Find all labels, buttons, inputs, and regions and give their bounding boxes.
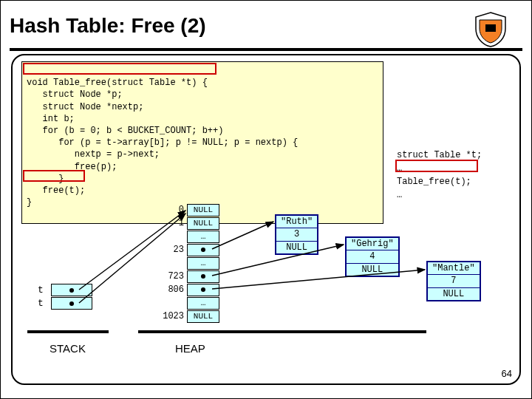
pointer-dot-icon — [201, 287, 205, 292]
code-line: free(t); — [27, 185, 85, 196]
bucket-cell: … — [187, 297, 219, 310]
pointer-dot-icon — [201, 274, 205, 279]
bucket-cell: NULL — [187, 310, 219, 323]
node-val: 3 — [276, 228, 317, 241]
svg-rect-0 — [485, 24, 496, 32]
svg-line-1 — [212, 222, 273, 249]
bucket-idx: 806 — [160, 284, 187, 295]
node-val: 4 — [347, 250, 398, 263]
code-line: struct Node *nextp; — [27, 102, 143, 112]
pointer-dot-icon — [69, 288, 74, 293]
bucket-cell: … — [187, 257, 219, 270]
heap-ground — [138, 330, 426, 333]
code-line: for (p = t->array[b]; p != NULL; p = nex… — [27, 137, 298, 148]
node-mantle: "Mantle" 7 NULL — [426, 261, 481, 301]
pointer-dot-icon — [69, 301, 74, 306]
node-key: "Gehrig" — [347, 238, 398, 250]
code-listing: void Table_free(struct Table *t) { struc… — [21, 61, 383, 224]
stack-var: t — [38, 284, 51, 296]
bucket-idx: 1023 — [160, 311, 187, 321]
princeton-crest-icon — [472, 11, 509, 48]
heap-label: HEAP — [175, 342, 205, 355]
stack-cell — [51, 284, 92, 296]
bucket-cell: NULL — [187, 204, 219, 216]
code-line: … — [397, 163, 402, 174]
node-next: NULL — [428, 288, 480, 300]
title-bar: Hash Table: Free (2) — [10, 10, 522, 51]
bucket-cell-ptr — [187, 284, 219, 296]
bucket-cell-ptr — [187, 244, 219, 256]
code-line: struct Table *t; — [397, 150, 482, 160]
code-line: nextp = p->next; — [27, 149, 160, 160]
bucket-cell: … — [187, 231, 219, 243]
node-next: NULL — [347, 264, 398, 276]
bucket-idx: 1 — [160, 218, 187, 228]
stack-area: t t — [38, 283, 92, 310]
code-line: … — [397, 190, 402, 200]
node-gehrig: "Gehrig" 4 NULL — [345, 236, 400, 277]
code-line: int b; — [27, 114, 75, 124]
bucket-idx: 23 — [160, 245, 187, 255]
code-line: struct Node *p; — [27, 89, 123, 100]
code-line: Table_free(t); — [397, 177, 471, 187]
node-key: "Ruth" — [276, 216, 317, 228]
page-title: Hash Table: Free (2) — [10, 10, 522, 38]
caller-code: struct Table *t; … Table_free(t); … — [397, 135, 482, 215]
slide: Hash Table: Free (2) void Table_free(str… — [0, 0, 532, 399]
code-line: free(p); — [27, 162, 117, 172]
stack-cell — [51, 297, 92, 310]
page-number: 64 — [502, 368, 512, 379]
code-line: for (b = 0; b < BUCKET_COUNT; b++) — [27, 126, 223, 136]
bucket-array: 0NULL 1NULL … 23 … 723 806 … 1023NULL — [160, 203, 219, 323]
pointer-dot-icon — [201, 248, 205, 252]
bucket-cell: NULL — [187, 217, 219, 230]
bucket-idx: 723 — [160, 271, 187, 282]
code-line: } — [27, 174, 64, 184]
stack-ground — [27, 330, 109, 333]
node-next: NULL — [276, 242, 317, 253]
bucket-idx: 0 — [160, 205, 187, 215]
node-key: "Mantle" — [428, 262, 480, 275]
bucket-cell-ptr — [187, 270, 219, 283]
stack-label: STACK — [50, 342, 86, 355]
node-ruth: "Ruth" 3 NULL — [275, 214, 318, 255]
node-val: 7 — [428, 275, 480, 287]
code-line: } — [27, 197, 32, 208]
code-line: void Table_free(struct Table *t) { — [27, 78, 208, 88]
stack-var: t — [38, 298, 51, 309]
content-frame: void Table_free(struct Table *t) { struc… — [11, 54, 521, 385]
